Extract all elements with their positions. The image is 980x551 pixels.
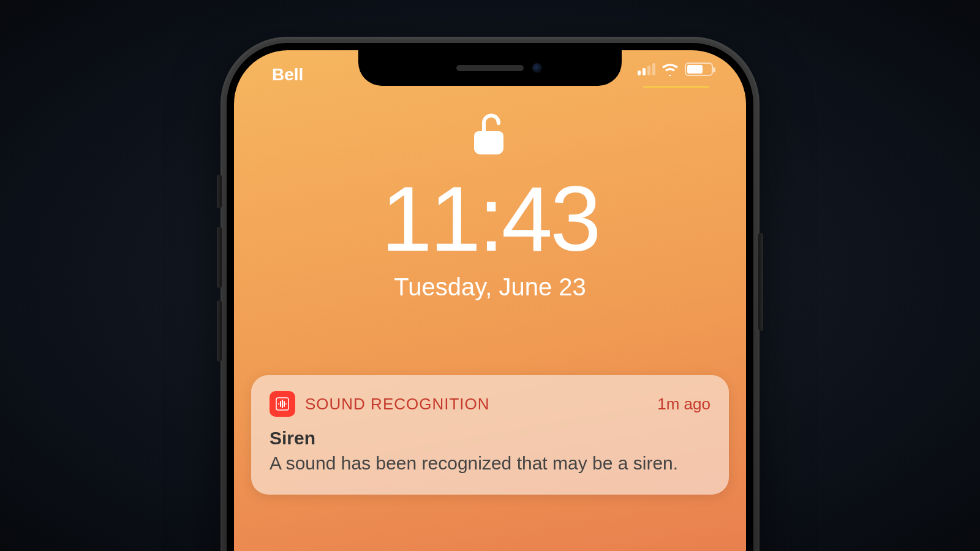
notification-app-name: SOUND RECOGNITION (305, 395, 647, 414)
cellular-signal-icon (638, 63, 655, 75)
volume-down-button[interactable] (217, 300, 222, 362)
notification-body: A sound has been recognized that may be … (270, 451, 710, 476)
notification-title: Siren (270, 428, 710, 449)
wifi-icon (662, 63, 679, 76)
lock-screen[interactable]: Bell (234, 50, 746, 551)
lock-screen-date: Tuesday, June 23 (394, 273, 586, 301)
carrier-label: Bell (263, 54, 303, 85)
battery-icon (685, 63, 713, 76)
notification-timestamp: 1m ago (657, 395, 710, 414)
phone-frame: Bell (221, 37, 760, 551)
status-bar: Bell (234, 50, 746, 88)
unlock-icon (474, 112, 506, 154)
lock-screen-time: 11:43 (381, 173, 598, 265)
power-button[interactable] (758, 233, 763, 331)
volume-up-button[interactable] (217, 227, 222, 288)
low-power-indicator (643, 86, 709, 88)
sound-recognition-app-icon (270, 391, 295, 417)
notification-card[interactable]: SOUND RECOGNITION 1m ago Siren A sound h… (251, 375, 729, 495)
mute-switch[interactable] (217, 175, 222, 208)
